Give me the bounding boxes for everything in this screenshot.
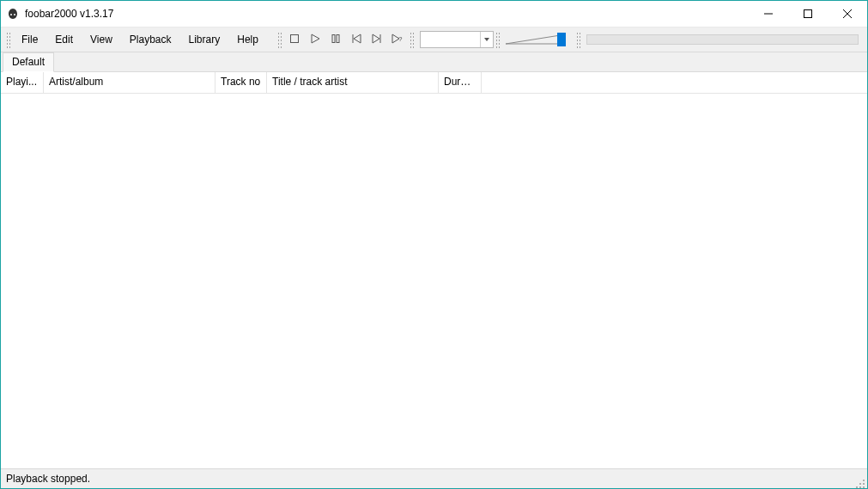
svg-point-1 [14,14,15,15]
svg-rect-9 [337,34,339,42]
column-header-trackno[interactable]: Track no [215,72,267,93]
svg-marker-11 [354,34,361,43]
svg-point-18 [863,480,865,481]
status-bar: Playback stopped. [1,468,867,488]
stop-button[interactable] [285,30,304,49]
seek-bar[interactable] [586,34,859,45]
playlist-tabstrip[interactable]: Default [1,52,867,72]
svg-point-22 [859,486,861,488]
svg-point-23 [863,486,865,488]
play-icon [310,34,320,46]
column-header-playing[interactable]: Playi... [1,72,44,93]
svg-text:?: ? [398,35,403,43]
app-icon [6,7,20,21]
maximize-button[interactable] [788,1,828,27]
close-button[interactable] [828,1,867,27]
random-button[interactable]: ? [388,30,407,49]
next-button[interactable] [367,30,386,49]
svg-marker-12 [373,34,379,43]
previous-button[interactable] [347,30,366,49]
toolbar-grip-5[interactable] [576,31,581,48]
svg-marker-7 [312,34,319,43]
previous-icon [351,34,361,46]
svg-point-19 [859,483,861,485]
svg-point-0 [10,14,12,15]
toolbar: File Edit View Playback Library Help [1,27,867,52]
menu-edit[interactable]: Edit [46,30,82,49]
svg-rect-6 [290,34,298,42]
status-text: Playback stopped. [6,469,90,488]
svg-point-20 [863,483,865,485]
menu-library[interactable]: Library [180,30,229,49]
volume-thumb[interactable] [557,33,566,46]
playlist-view[interactable] [1,94,867,468]
random-icon: ? [392,34,404,46]
column-header-artist[interactable]: Artist/album [44,72,215,93]
pause-icon [331,34,341,46]
column-header-title[interactable]: Title / track artist [267,72,439,93]
titlebar[interactable]: foobar2000 v1.3.17 [1,1,867,27]
toolbar-grip[interactable] [6,31,11,48]
svg-marker-16 [484,38,489,41]
playback-order-dropdown[interactable] [420,31,494,48]
app-window: foobar2000 v1.3.17 File Edit View Playba… [0,0,868,489]
menu-file[interactable]: File [13,30,46,49]
toolbar-grip-2[interactable] [277,31,282,48]
column-header-row: Playi... Artist/album Track no Title / t… [1,72,867,94]
playlist-tab-default[interactable]: Default [3,52,54,72]
chevron-down-icon [480,32,493,47]
window-controls [749,1,867,27]
pause-button[interactable] [326,30,345,49]
toolbar-grip-3[interactable] [410,31,415,48]
stop-icon [289,34,300,46]
menu-help[interactable]: Help [228,30,267,49]
volume-slider[interactable] [506,32,571,47]
resize-grip-icon[interactable] [855,476,865,486]
minimize-button[interactable] [749,1,788,27]
play-button[interactable] [306,30,325,49]
svg-rect-3 [804,10,812,18]
column-header-duration[interactable]: Durat... [439,72,482,93]
svg-point-21 [856,486,858,488]
toolbar-grip-4[interactable] [495,31,501,48]
window-title: foobar2000 v1.3.17 [25,8,113,20]
next-icon [372,34,382,46]
main-menu: File Edit View Playback Library Help [13,30,267,49]
menu-view[interactable]: View [82,30,121,49]
svg-rect-8 [332,34,335,42]
menu-playback[interactable]: Playback [121,30,180,49]
